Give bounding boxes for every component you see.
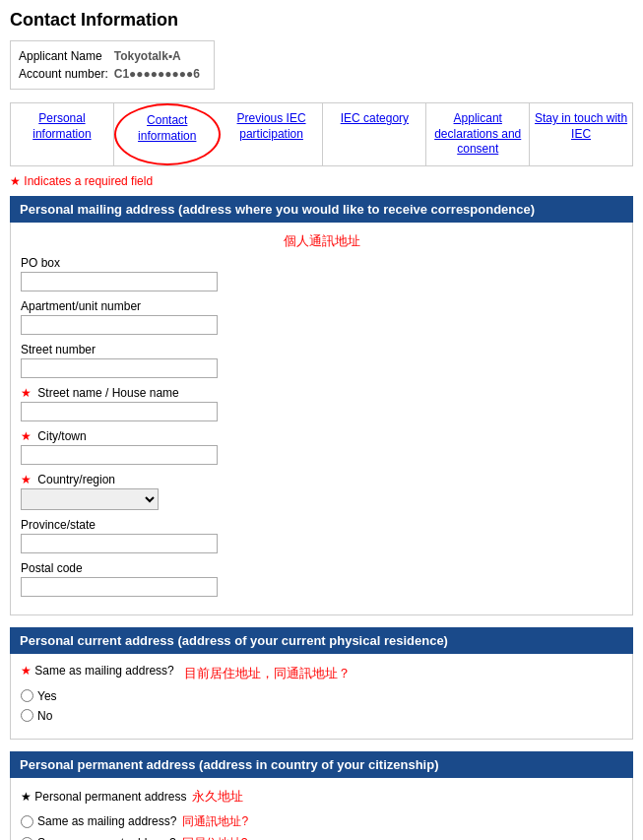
nav-tabs: Personal information Contact information… bbox=[10, 102, 633, 166]
province-label: Province/state bbox=[21, 518, 622, 532]
current-yes-option[interactable]: Yes bbox=[21, 689, 622, 703]
perm-same-mailing-chinese: 同通訊地址? bbox=[182, 813, 248, 830]
apartment-input[interactable] bbox=[21, 315, 218, 335]
apartment-group: Apartment/unit number bbox=[21, 299, 622, 335]
current-chinese-label: 目前居住地址，同通訊地址？ bbox=[184, 665, 351, 682]
perm-same-mailing-radio[interactable] bbox=[21, 815, 33, 828]
street-number-label: Street number bbox=[21, 343, 622, 356]
po-box-input[interactable] bbox=[21, 272, 218, 291]
city-label: ★ City/town bbox=[21, 429, 622, 443]
current-no-radio[interactable] bbox=[21, 709, 33, 722]
page-title: Contact Information bbox=[10, 10, 633, 31]
tab-iec-category[interactable]: IEC category bbox=[323, 103, 426, 165]
street-name-input[interactable] bbox=[21, 402, 218, 421]
city-input[interactable] bbox=[21, 445, 218, 465]
current-yes-label: Yes bbox=[37, 689, 57, 703]
po-box-label: PO box bbox=[21, 256, 622, 270]
province-input[interactable] bbox=[21, 534, 218, 553]
permanent-address-header: Personal permanent address (address in c… bbox=[10, 751, 633, 778]
required-field-note: ★ Indicates a required field bbox=[10, 174, 633, 188]
city-group: ★ City/town bbox=[21, 429, 622, 465]
perm-same-mailing-label: Same as mailing address? bbox=[37, 814, 176, 828]
postal-code-input[interactable] bbox=[21, 577, 218, 597]
perm-same-mailing-option[interactable]: Same as mailing address? 同通訊地址? bbox=[21, 813, 622, 830]
street-number-group: Street number bbox=[21, 343, 622, 378]
account-number-value: C1●●●●●●●●●6 bbox=[114, 65, 206, 83]
country-group: ★ Country/region bbox=[21, 473, 622, 510]
perm-same-current-chinese: 同居住地址? bbox=[182, 835, 248, 840]
mailing-chinese-label: 個人通訊地址 bbox=[21, 232, 622, 250]
postal-code-label: Postal code bbox=[21, 561, 622, 575]
current-address-header: Personal current address (address of you… bbox=[10, 627, 633, 654]
mailing-address-section: Personal mailing address (address where … bbox=[10, 196, 633, 615]
permanent-address-label: ★ Personal permanent address bbox=[21, 790, 186, 804]
tab-stay-in-touch[interactable]: Stay in touch with IEC bbox=[530, 103, 633, 165]
po-box-group: PO box bbox=[21, 256, 622, 291]
street-name-group: ★ Street name / House name bbox=[21, 386, 622, 421]
mailing-address-header: Personal mailing address (address where … bbox=[10, 196, 633, 223]
perm-same-current-label: Same as current address? bbox=[37, 836, 176, 840]
same-as-mailing-label: ★ Same as mailing address? bbox=[21, 664, 174, 678]
tab-previous-iec[interactable]: Previous IEC participation bbox=[221, 103, 324, 165]
street-number-input[interactable] bbox=[21, 358, 218, 378]
street-name-label: ★ Street name / House name bbox=[21, 386, 622, 400]
current-address-section: Personal current address (address of you… bbox=[10, 627, 633, 740]
current-no-label: No bbox=[37, 709, 52, 723]
tab-applicant-declarations[interactable]: Applicant declarations and consent bbox=[426, 103, 530, 165]
country-label: ★ Country/region bbox=[21, 473, 622, 486]
permanent-address-section: Personal permanent address (address in c… bbox=[10, 751, 633, 840]
country-select[interactable] bbox=[21, 488, 159, 510]
perm-same-current-option[interactable]: Same as current address? 同居住地址? bbox=[21, 835, 622, 840]
apartment-label: Apartment/unit number bbox=[21, 299, 622, 313]
applicant-info-box: Applicant Name Tokyotalk▪A Account numbe… bbox=[10, 40, 215, 90]
mailing-address-body: 個人通訊地址 PO box Apartment/unit number Stre… bbox=[10, 223, 633, 615]
permanent-address-body: ★ Personal permanent address 永久地址 Same a… bbox=[10, 778, 633, 840]
postal-code-group: Postal code bbox=[21, 561, 622, 597]
current-no-option[interactable]: No bbox=[21, 709, 622, 723]
current-yes-radio[interactable] bbox=[21, 689, 33, 702]
permanent-chinese-label: 永久地址 bbox=[192, 788, 243, 806]
province-group: Province/state bbox=[21, 518, 622, 553]
tab-contact-information[interactable]: Contact information bbox=[114, 103, 221, 165]
applicant-name-value: Tokyotalk▪A bbox=[114, 47, 206, 65]
account-number-label: Account number: bbox=[19, 65, 114, 83]
tab-personal-information[interactable]: Personal information bbox=[10, 103, 114, 165]
applicant-name-label: Applicant Name bbox=[19, 47, 114, 65]
current-address-body: ★ Same as mailing address? 目前居住地址，同通訊地址？… bbox=[10, 654, 633, 740]
